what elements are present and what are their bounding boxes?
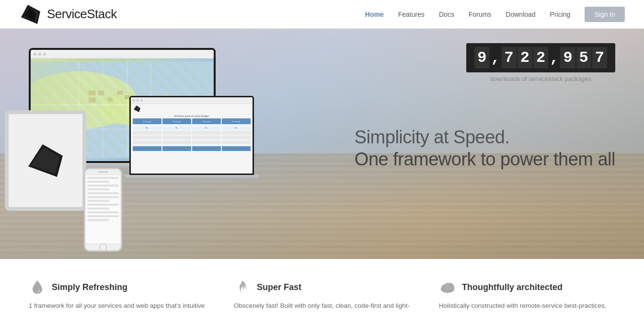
flame-icon (234, 279, 251, 296)
price-cell-2: 105... (162, 126, 191, 130)
topbar-dot-3 (43, 53, 46, 56)
phone-line-2 (87, 181, 109, 183)
phone-line-8 (87, 204, 119, 206)
counter-digit-5: 5 (576, 47, 591, 69)
counter-comma-2: , (549, 49, 560, 67)
screen-inner-small: All Active plans for every budget! Perso… (131, 97, 253, 174)
feature-refreshing-header: Simply Refreshing (29, 279, 205, 296)
feature-fast-title: Super Fast (257, 282, 301, 292)
price-cell-4: 105... (222, 126, 251, 130)
phone-line-4 (87, 188, 109, 190)
svg-rect-15 (89, 98, 96, 103)
pricing-col-4: Personal! (222, 118, 251, 124)
pricing-cta-row (133, 146, 251, 151)
phone-line-7 (87, 200, 109, 202)
tablet-frame (5, 110, 86, 211)
counter-comma-1: , (490, 49, 501, 67)
feature-refreshing-desc: 1 framework for all your services and we… (29, 301, 205, 314)
nav-item-docs[interactable]: Docs (439, 9, 454, 20)
svg-marker-20 (30, 147, 60, 174)
logo-text: ServiceStack (47, 7, 117, 22)
svg-rect-13 (89, 91, 96, 95)
price-cell-3: 125... (192, 126, 221, 130)
counter-digit-7-2: 7 (592, 47, 607, 69)
phone-line-11 (87, 215, 119, 217)
svg-rect-18 (125, 95, 129, 99)
s-logo-shape (134, 105, 140, 112)
s-topbar-dot-1 (133, 99, 135, 102)
cta-cell-1 (133, 146, 161, 151)
cta-cell-3 (192, 146, 221, 151)
s-topbar-dot-3 (140, 99, 143, 102)
data-cell-1-1 (133, 131, 161, 135)
pricing-col-3-text: Personal (203, 120, 210, 123)
device-tablet (5, 110, 86, 216)
data-cell-3-1 (133, 140, 161, 144)
counter-digit-9-1: 9 (474, 47, 489, 69)
topbar-dot-2 (38, 53, 41, 56)
phone-line-3 (87, 185, 119, 186)
phone-frame (84, 168, 122, 252)
hero-section: All Active plans for every budget! Perso… (0, 29, 644, 259)
pricing-row-3 (133, 140, 251, 144)
phone-bottom (85, 244, 121, 250)
feature-architected-desc: Holistically constructed with remote-ser… (439, 301, 615, 314)
nav-item-pricing[interactable]: Pricing (550, 9, 571, 20)
data-cell-2-4 (222, 136, 251, 140)
data-cell-1-2 (162, 131, 191, 135)
pricing-col-2: Personal (162, 118, 191, 124)
signin-button[interactable]: Sign In (585, 7, 625, 22)
phone-line-5 (87, 192, 119, 194)
pricing-row-1 (133, 131, 251, 135)
phone-line-10 (87, 211, 119, 213)
nav-item-home[interactable]: Home (365, 9, 384, 20)
devices-area: All Active plans for every budget! Perso… (0, 38, 268, 259)
features-section: Simply Refreshing 1 framework for all yo… (0, 259, 644, 314)
phone-speaker (98, 171, 108, 173)
s-topbar-dot-2 (137, 99, 139, 102)
data-cell-3-2 (162, 140, 191, 144)
data-cell-3-4 (222, 140, 251, 144)
cloud-icon (439, 279, 456, 296)
nav-item-features[interactable]: Features (398, 9, 425, 20)
feature-architected-header: Thoughtfully architected (439, 279, 615, 296)
counter-area: 9 , 7 2 2 , 9 5 7 downloads of servicest… (466, 43, 615, 82)
data-cell-3-3 (192, 140, 221, 144)
logo-icon (19, 3, 42, 26)
feature-architected: Thoughtfully architected Holistically co… (439, 279, 615, 314)
phone-home-btn (99, 244, 107, 251)
pricing-price-row: 105... 105... 125... 105... (133, 126, 251, 130)
svg-rect-14 (98, 91, 104, 95)
pricing-table: Personal Personal Personal Personal! 105… (131, 118, 253, 174)
data-cell-2-3 (192, 136, 221, 140)
svg-rect-16 (108, 98, 113, 102)
feature-fast-desc: Obscenely fast! Built with only fast, cl… (234, 301, 410, 314)
phone-topbar (85, 169, 121, 175)
phone-line-6 (87, 196, 119, 198)
pricing-col-4-text: Personal! (232, 120, 241, 123)
data-cell-1-3 (192, 131, 221, 135)
counter-display: 9 , 7 2 2 , 9 5 7 (466, 43, 615, 72)
droplet-icon (29, 279, 46, 296)
s-topbar (131, 97, 253, 104)
s-logo-area (131, 104, 253, 114)
phone-content (85, 175, 121, 244)
pricing-col-3: Personal (192, 118, 221, 124)
hero-tagline-1: Simplicity at Speed. (355, 127, 615, 149)
nav-item-download[interactable]: Download (506, 9, 535, 20)
screen-topbar (31, 50, 214, 58)
data-cell-2-1 (133, 136, 161, 140)
topbar-dot-1 (34, 53, 36, 56)
pricing-col-1-text: Personal (143, 120, 151, 123)
phone-line-9 (87, 208, 109, 209)
svg-rect-17 (117, 91, 123, 95)
nav-item-forums[interactable]: Forums (469, 9, 491, 20)
data-cell-1-4 (222, 131, 251, 135)
feature-refreshing-title: Simply Refreshing (52, 282, 127, 292)
data-cell-2-2 (162, 136, 191, 140)
device-phone (84, 168, 122, 256)
price-cell-1: 105... (133, 126, 161, 130)
pricing-header: Personal Personal Personal Personal! (133, 118, 251, 124)
logo[interactable]: ServiceStack (19, 3, 117, 26)
counter-digit-2: 2 (518, 47, 532, 69)
